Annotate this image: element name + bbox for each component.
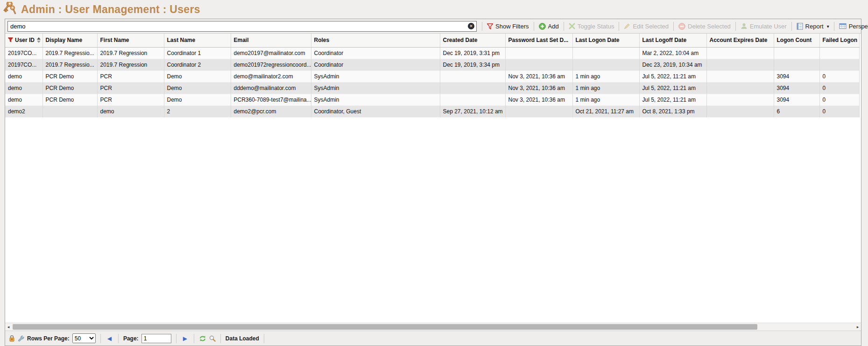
delete-selected-button[interactable]: Delete Selected [676,23,733,30]
refresh-icon[interactable] [199,335,206,342]
column-header-last-logoff-date[interactable]: Last Logoff Date [639,34,706,47]
table-cell [706,94,774,105]
table-cell [706,105,774,117]
table-cell: PCR [97,94,164,105]
emulate-user-button[interactable]: Emulate User [738,23,789,30]
edit-selected-button[interactable]: Edit Selected [621,23,671,30]
chevron-down-icon: ▾ [827,24,829,29]
column-header-first-name[interactable]: First Name [97,34,164,47]
user-icon [741,23,748,29]
show-filters-button[interactable]: Show Filters [485,23,531,30]
table-cell: Jul 5, 2022, 11:21 am [639,82,706,94]
magnifier-icon[interactable] [209,335,216,342]
toolbar-divider [791,22,792,31]
table-cell: PCR Demo [42,94,97,105]
report-icon [797,23,803,30]
table-cell [42,105,97,117]
table-cell [706,70,774,82]
table-cell: SysAdmin [311,70,440,82]
rows-per-page-select[interactable]: 50 [72,333,96,343]
table-cell [706,47,774,59]
status-text: Data Loaded [226,335,259,342]
table-cell: Demo [164,82,231,94]
table-row[interactable]: 20197CO...2019.7 Regressio...2019.7 Regr… [5,59,859,70]
column-header-user-id[interactable]: User ID [5,34,42,47]
column-header-last-name[interactable]: Last Name [164,34,231,47]
toolbar-divider [619,22,619,31]
table-cell: Sep 27, 2021, 10:12 am [440,105,505,117]
toolbar-divider [834,22,834,31]
table-cell [505,47,572,59]
table-cell: demo [97,105,164,117]
table-cell: 2 [164,105,231,117]
table-cell: 1 min ago [572,82,639,94]
column-header-failed-logon[interactable]: Failed Logon ... [819,34,859,47]
report-button[interactable]: Report ▾ [794,23,832,30]
clear-search-icon[interactable]: ✕ [468,23,474,29]
table-row[interactable]: 20197CO...2019.7 Regressio...2019.7 Regr… [5,47,859,59]
lock-icon[interactable] [9,335,15,342]
next-page-button[interactable]: ▶ [181,335,189,342]
prev-page-button[interactable]: ◀ [106,335,113,342]
scroll-right-icon[interactable]: ▸ [854,323,861,331]
table-cell: demo20197@mailinator.com [231,47,311,59]
table-cell: PCR [97,70,164,82]
toggle-status-button[interactable]: Toggle Status [566,23,617,30]
column-header-email[interactable]: Email [231,34,311,47]
pencil-icon [624,23,630,29]
column-header-last-logon-date[interactable]: Last Logon Date [572,34,639,47]
perspectives-button[interactable]: Perspectives ▾ [837,23,868,30]
table-cell: 3094 [774,94,819,105]
table-cell [774,59,819,70]
table-cell: demo [5,70,42,82]
table-cell: Jul 5, 2022, 11:21 am [639,94,706,105]
page-input[interactable] [141,334,171,343]
table-cell [706,82,774,94]
table-cell [572,47,639,59]
scrollbar-thumb[interactable] [13,324,757,330]
table-cell: Coordinator 2 [164,59,231,70]
wrench-icon[interactable] [18,335,24,342]
table-cell: Coordinator [311,47,440,59]
footer-bar: Rows Per Page: 50 ◀ Page: ▶ Data Loaded [5,331,861,346]
table-row[interactable]: demo2demo2demo2@pcr.comCoordinator, Gues… [5,105,859,117]
footer-divider [264,334,264,343]
table-cell: SysAdmin [311,94,440,105]
table-cell [505,59,572,70]
column-header-account-expires-date[interactable]: Account Expires Date [706,34,774,47]
scrollbar-track[interactable] [12,323,854,331]
users-grid-panel: ✕ Show Filters Add Toggle Status [5,19,861,346]
table-cell: 0 [819,94,859,105]
column-header-roles[interactable]: Roles [311,34,440,47]
column-header-display-name[interactable]: Display Name [42,34,97,47]
table-cell: Oct 21, 2021, 11:27 am [572,105,639,117]
page-title: Admin : User Management : Users [21,3,200,16]
scroll-left-icon[interactable]: ◂ [5,323,12,331]
table-cell [440,94,505,105]
search-input[interactable] [7,21,477,32]
table-cell: 20197CO... [5,59,42,70]
table-cell: 3094 [774,70,819,82]
table-cell: Coordinator [311,59,440,70]
table-row[interactable]: demoPCR DemoPCRDemodemo@mailinator2.comS… [5,70,859,82]
table-cell: Dec 19, 2019, 3:34 pm [440,59,505,70]
table-row[interactable]: demoPCR DemoPCRDemodddemo@mailinator.com… [5,82,859,94]
table-cell: 2019.7 Regression [97,47,164,59]
table-cell [819,59,859,70]
table-cell: Demo [164,70,231,82]
add-button[interactable]: Add [536,23,561,30]
column-header-password-last-set[interactable]: Password Last Set D... [505,34,572,47]
rows-per-page-label: Rows Per Page: [27,335,70,342]
table-cell: 1 min ago [572,94,639,105]
table-cell: 0 [819,105,859,117]
toggle-status-icon [569,23,575,29]
column-header-logon-count[interactable]: Logon Count [774,34,819,47]
table-cell: Nov 3, 2021, 10:36 am [505,82,572,94]
table-cell [774,47,819,59]
table-row[interactable]: demoPCR DemoPCRDemoPCR360-7089-test7@mai… [5,94,859,105]
table-cell: demo2@pcr.com [231,105,311,117]
table-cell: demo@mailinator2.com [231,70,311,82]
toolbar: ✕ Show Filters Add Toggle Status [5,19,861,34]
column-header-created-date[interactable]: Created Date [440,34,505,47]
toolbar-divider [735,22,736,31]
